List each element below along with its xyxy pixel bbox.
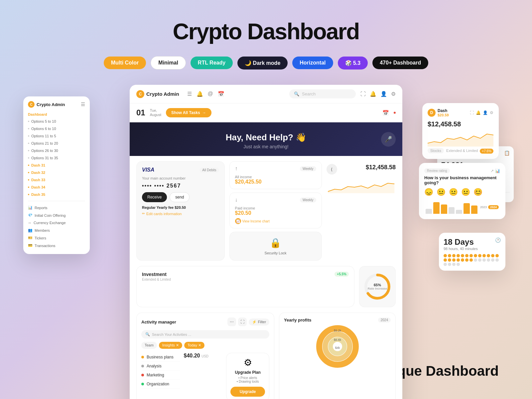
review-chart-icon[interactable]: 📊 [495,169,500,173]
badge-horizontal[interactable]: Horizontal [292,57,333,69]
nav-settings-icon[interactable]: ⚙ [391,91,396,97]
paid-income-label: Paid income [235,206,316,210]
investment-badge: +5.5% [334,272,349,277]
emoji-3[interactable]: 😐 [449,188,458,197]
mini-bar-chart [184,361,190,378]
progress-dot-25 [495,258,499,262]
progress-dot-12 [495,254,499,257]
review-external-icon[interactable]: ↗ [490,169,494,173]
right-expand-icon[interactable]: ⛶ [470,110,474,115]
tag-today[interactable]: Today ✕ [184,342,204,349]
fee-amount: $20.50 [175,205,186,209]
nav-logo-icon: C [136,90,144,98]
right-user-icon[interactable]: 👤 [483,110,488,115]
upgrade-button[interactable]: Upgrade [230,387,265,397]
review-bar-6 [464,203,470,214]
left-item-1[interactable]: Options 5 to 10 [28,118,85,125]
progress-dot-23 [487,258,490,262]
badge-bootstrap[interactable]: 🎲 5.3 [338,57,368,69]
date-text: Tue, August [150,108,161,117]
emoji-row: 😞 😐 😐 😐 😊 [424,188,500,197]
left-members[interactable]: 👥 Members [28,226,85,234]
left-ico[interactable]: 💎 Initial Coin Offering [28,211,85,219]
all-debits-tag[interactable]: All Debits [200,168,219,173]
right-sparkline [428,130,493,147]
btc-table-icon[interactable]: 📋 [504,150,510,156]
mic-button[interactable]: 🎤 [381,132,396,147]
left-dash-3[interactable]: Dash 33 [28,176,85,184]
badge-darkmode[interactable]: 🌙 Dark mode [237,57,288,69]
weekly-tag-1[interactable]: Weekly [300,166,316,171]
badge-multicolor[interactable]: Multi Color [104,57,146,69]
nav-notif-icon[interactable]: 🔔 [370,91,376,97]
left-item-3[interactable]: Options 11 to 5 [28,132,85,140]
send-button[interactable]: send [170,192,190,202]
nav-menu-icon[interactable]: ☰ [187,91,192,97]
profits-year[interactable]: 2024 [378,318,391,323]
progress-dot-13 [444,258,447,262]
left-sidebar: C Crypto Admin ☰ Dashboard Options 5 to … [23,96,90,254]
notification-dot [394,112,396,114]
badge-minimal[interactable]: Minimal [151,56,186,69]
view-income-link[interactable]: 📈 View Income chart [235,218,316,224]
left-dash-5[interactable]: Dash 35 [28,191,85,198]
activity-more-icon[interactable]: ⋯ [227,318,236,326]
investment-section: Investment Extended & Limited +5.5% 65% … [130,266,402,313]
profits-header: Yearly profits 2024 [284,318,391,323]
progress-dot-15 [452,258,456,262]
nav-expand-icon[interactable]: ⛶ [360,91,366,97]
right-notif-icon[interactable]: 🔔 [476,110,481,115]
show-all-tasks-button[interactable]: Show All Tasks → [166,108,211,117]
dashboard-main: C Crypto Admin ☰ 🔔 @ 📅 🔍 Search ⛶ 🔔 👤 ⚙ [130,85,402,399]
left-item-2[interactable]: Options 6 to 10 [28,125,85,132]
tag-team[interactable]: Team [141,342,157,349]
weekly-tag-2[interactable]: Weekly [300,198,316,202]
left-exchange[interactable]: ↔ Currency Exchange [28,219,85,226]
nav-right-icons: ⛶ 🔔 👤 ⚙ [360,91,396,97]
left-item-5[interactable]: Options 26 to 30 [28,147,85,154]
badge-rtl[interactable]: RTL Ready [191,57,233,69]
left-item-6[interactable]: Options 31 to 35 [28,154,85,162]
search-bar[interactable]: 🔍 Search [289,89,356,98]
receive-button[interactable]: Receive [142,192,167,202]
svg-text:$9.2k: $9.2k [334,329,341,332]
nav-at-icon[interactable]: @ [208,91,213,97]
date-row: 01 Tue, August Show All Tasks → 📅 [130,103,402,122]
calendar-icon[interactable]: 📅 [382,110,389,116]
left-tickers[interactable]: 🎫 Tickers [28,234,85,242]
badge-dashboard[interactable]: 470+ Dashboard [372,57,428,69]
edit-link[interactable]: ✏ Edit cards information [142,211,219,216]
left-dash-1[interactable]: Dash 31 [28,162,85,169]
emoji-1[interactable]: 😞 [424,188,433,197]
left-menu-icon[interactable]: ☰ [81,102,85,107]
activity-header: Activity manager ⋯ ⛶ ⚡ Filter [141,318,269,326]
filter-icon: ⚡ [252,320,257,324]
left-item-4[interactable]: Options 21 to 20 [28,140,85,147]
progress-dot-17 [461,258,464,262]
right-settings-icon[interactable]: ⚙ [490,110,493,115]
activity-search[interactable]: 🔍 Search Your Activities ... [141,330,269,338]
clock-icon: 🕐 [495,237,501,243]
activity-expand-icon[interactable]: ⛶ [238,318,247,326]
left-transactions[interactable]: 💳 Transactions [28,242,85,249]
left-logo: C Crypto Admin ☰ [28,101,85,108]
search-icon: 🔍 [294,91,299,96]
profits-card: Yearly profits 2024 $9.2k $6.6k [279,313,396,399]
emoji-2[interactable]: 😐 [437,188,446,197]
days-header: 18 Days 98 hours, 40 minutes 🕐 [444,237,501,251]
emoji-5[interactable]: 😊 [473,188,482,197]
nav-cal-icon[interactable]: 📅 [218,91,224,97]
security-card[interactable]: 🔒 Security Lock [229,232,322,261]
upgrade-features: • Price alerts • Drawing tools [230,376,265,383]
activity-filter-button[interactable]: ⚡ Filter [249,319,269,326]
emoji-4[interactable]: 😐 [461,188,470,197]
share-button[interactable]: ⟨ [327,164,337,175]
nav-bell-icon[interactable]: 🔔 [197,91,203,97]
biz-dot-3 [141,374,144,376]
fee-row: Regular Yearly fee $20.50 [142,205,219,209]
left-dash-2[interactable]: Dash 32 [28,169,85,176]
left-dash-4[interactable]: Dash 34 [28,184,85,191]
nav-user-icon[interactable]: 👤 [380,91,387,97]
left-reports[interactable]: 📊 Reports [28,204,85,211]
tag-insights[interactable]: Insights ✕ [159,342,182,349]
